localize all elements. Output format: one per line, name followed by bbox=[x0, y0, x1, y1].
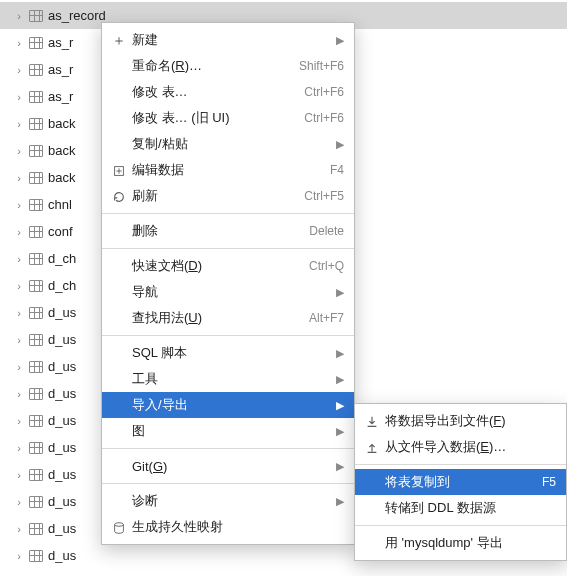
menu-separator bbox=[102, 213, 354, 214]
download-icon bbox=[363, 413, 381, 428]
menu-item-label: 将表复制到 bbox=[381, 473, 530, 491]
chevron-right-icon: › bbox=[12, 307, 26, 319]
shortcut: Alt+F7 bbox=[297, 311, 344, 325]
menu-item-label: 新建 bbox=[128, 31, 324, 49]
table-icon bbox=[28, 117, 44, 131]
menu-item-tools[interactable]: 工具 ▶ bbox=[102, 366, 354, 392]
tree-item-label: conf bbox=[48, 224, 73, 239]
menu-item-label: 复制/粘贴 bbox=[128, 135, 324, 153]
menu-item-label: 图 bbox=[128, 422, 324, 440]
submenu-import-export: 将数据导出到文件(F) 从文件导入数据(E)… 将表复制到 F5 转储到 DDL… bbox=[354, 403, 567, 561]
menu-item-label: 生成持久性映射 bbox=[128, 518, 344, 536]
chevron-right-icon: › bbox=[12, 280, 26, 292]
menu-item-new[interactable]: ＋ 新建 ▶ bbox=[102, 27, 354, 53]
menu-item-label: 重命名(R)… bbox=[128, 57, 287, 75]
tree-item-label: d_us bbox=[48, 440, 76, 455]
submenu-arrow-icon: ▶ bbox=[324, 138, 344, 151]
tree-item-label: chnl bbox=[48, 197, 72, 212]
menu-item-navigate[interactable]: 导航 ▶ bbox=[102, 279, 354, 305]
tree-item-label: as_r bbox=[48, 89, 73, 104]
menu-item-label: Git(G) bbox=[128, 459, 324, 474]
chevron-right-icon: › bbox=[12, 64, 26, 76]
context-menu: ＋ 新建 ▶ 重命名(R)… Shift+F6 修改 表… Ctrl+F6 修改… bbox=[101, 22, 355, 545]
menu-item-label: 删除 bbox=[128, 222, 297, 240]
tree-item-label: d_us bbox=[48, 386, 76, 401]
table-icon bbox=[28, 495, 44, 509]
tree-item-label: d_us bbox=[48, 413, 76, 428]
tree-item-label: d_us bbox=[48, 548, 76, 563]
chevron-right-icon: › bbox=[12, 469, 26, 481]
menu-item-label: 刷新 bbox=[128, 187, 292, 205]
table-icon bbox=[28, 9, 44, 23]
submenu-arrow-icon: ▶ bbox=[324, 373, 344, 386]
chevron-right-icon: › bbox=[12, 199, 26, 211]
menu-item-modify-table[interactable]: 修改 表… Ctrl+F6 bbox=[102, 79, 354, 105]
menu-item-sql-scripts[interactable]: SQL 脚本 ▶ bbox=[102, 340, 354, 366]
menu-item-label: 从文件导入数据(E)… bbox=[381, 438, 556, 456]
tree-item-label: as_r bbox=[48, 62, 73, 77]
menu-item-label: 修改 表… bbox=[128, 83, 292, 101]
menu-item-generate-persistence[interactable]: 生成持久性映射 bbox=[102, 514, 354, 540]
submenu-arrow-icon: ▶ bbox=[324, 495, 344, 508]
menu-item-diagram[interactable]: 图 ▶ bbox=[102, 418, 354, 444]
menu-item-delete[interactable]: 删除 Delete bbox=[102, 218, 354, 244]
table-icon bbox=[28, 468, 44, 482]
menu-separator bbox=[102, 483, 354, 484]
chevron-right-icon: › bbox=[12, 334, 26, 346]
table-icon bbox=[28, 279, 44, 293]
table-icon bbox=[28, 549, 44, 563]
shortcut: Ctrl+F6 bbox=[292, 85, 344, 99]
tree-item-label: d_us bbox=[48, 494, 76, 509]
tree-item-label: d_us bbox=[48, 521, 76, 536]
menu-item-label: 用 'mysqldump' 导出 bbox=[381, 534, 556, 552]
submenu-arrow-icon: ▶ bbox=[324, 399, 344, 412]
tree-item-label: d_ch bbox=[48, 251, 76, 266]
submenu-arrow-icon: ▶ bbox=[324, 460, 344, 473]
table-icon bbox=[28, 414, 44, 428]
chevron-right-icon: › bbox=[12, 10, 26, 22]
table-icon bbox=[28, 360, 44, 374]
shortcut: Ctrl+F5 bbox=[292, 189, 344, 203]
table-icon bbox=[28, 441, 44, 455]
menu-item-label: 修改 表… (旧 UI) bbox=[128, 109, 292, 127]
menu-item-import-export[interactable]: 导入/导出 ▶ bbox=[102, 392, 354, 418]
menu-separator bbox=[355, 525, 566, 526]
database-icon bbox=[110, 519, 128, 534]
table-icon bbox=[28, 36, 44, 50]
menu-item-edit-data[interactable]: 编辑数据 F4 bbox=[102, 157, 354, 183]
menu-item-label: 诊断 bbox=[128, 492, 324, 510]
chevron-right-icon: › bbox=[12, 226, 26, 238]
table-icon bbox=[28, 90, 44, 104]
chevron-right-icon: › bbox=[12, 388, 26, 400]
tree-item-label: back bbox=[48, 143, 75, 158]
shortcut: F4 bbox=[318, 163, 344, 177]
menu-item-git[interactable]: Git(G) ▶ bbox=[102, 453, 354, 479]
menu-item-label: 导航 bbox=[128, 283, 324, 301]
menu-item-label: 转储到 DDL 数据源 bbox=[381, 499, 556, 517]
menu-separator bbox=[355, 464, 566, 465]
submenu-arrow-icon: ▶ bbox=[324, 425, 344, 438]
submenu-item-import-from-file[interactable]: 从文件导入数据(E)… bbox=[355, 434, 566, 460]
shortcut: Ctrl+Q bbox=[297, 259, 344, 273]
menu-item-label: 查找用法(U) bbox=[128, 309, 297, 327]
menu-item-rename[interactable]: 重命名(R)… Shift+F6 bbox=[102, 53, 354, 79]
submenu-item-dump-to-ddl[interactable]: 转储到 DDL 数据源 bbox=[355, 495, 566, 521]
submenu-arrow-icon: ▶ bbox=[324, 286, 344, 299]
tree-item-label: d_us bbox=[48, 467, 76, 482]
chevron-right-icon: › bbox=[12, 145, 26, 157]
menu-separator bbox=[102, 335, 354, 336]
refresh-icon bbox=[110, 188, 128, 203]
submenu-item-copy-table-to[interactable]: 将表复制到 F5 bbox=[355, 469, 566, 495]
menu-item-refresh[interactable]: 刷新 Ctrl+F5 bbox=[102, 183, 354, 209]
table-icon bbox=[28, 198, 44, 212]
menu-item-modify-table-old-ui[interactable]: 修改 表… (旧 UI) Ctrl+F6 bbox=[102, 105, 354, 131]
submenu-arrow-icon: ▶ bbox=[324, 347, 344, 360]
menu-item-diagnostics[interactable]: 诊断 ▶ bbox=[102, 488, 354, 514]
submenu-item-mysqldump[interactable]: 用 'mysqldump' 导出 bbox=[355, 530, 566, 556]
menu-item-quick-doc[interactable]: 快速文档(D) Ctrl+Q bbox=[102, 253, 354, 279]
menu-item-copy-paste[interactable]: 复制/粘贴 ▶ bbox=[102, 131, 354, 157]
submenu-item-export-to-file[interactable]: 将数据导出到文件(F) bbox=[355, 408, 566, 434]
chevron-right-icon: › bbox=[12, 253, 26, 265]
menu-item-find-usages[interactable]: 查找用法(U) Alt+F7 bbox=[102, 305, 354, 331]
chevron-right-icon: › bbox=[12, 37, 26, 49]
